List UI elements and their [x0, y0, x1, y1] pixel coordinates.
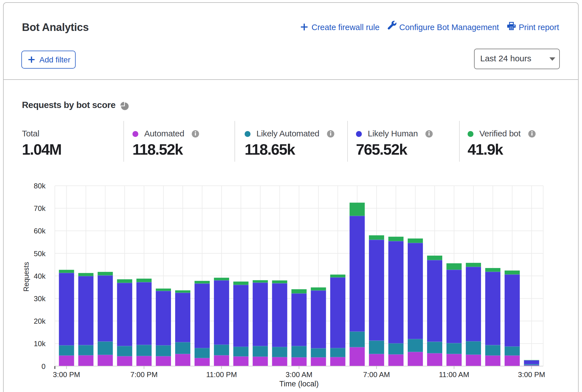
svg-text:40k: 40k	[34, 272, 46, 280]
svg-text:20k: 20k	[34, 317, 46, 325]
svg-text:11:00 PM: 11:00 PM	[206, 370, 237, 379]
svg-text:3:00 PM: 3:00 PM	[518, 370, 545, 379]
svg-text:80k: 80k	[34, 182, 46, 190]
svg-text:Requests: Requests	[22, 262, 30, 292]
svg-text:10k: 10k	[34, 339, 46, 348]
svg-text:Time (local): Time (local)	[279, 380, 319, 388]
svg-text:60k: 60k	[34, 227, 46, 235]
svg-text:50k: 50k	[34, 249, 46, 258]
svg-text:7:00 PM: 7:00 PM	[130, 370, 158, 379]
svg-text:3:00 AM: 3:00 AM	[286, 370, 312, 379]
svg-text:70k: 70k	[34, 204, 46, 213]
svg-text:0: 0	[42, 362, 46, 371]
svg-text:3:00 PM: 3:00 PM	[53, 370, 80, 379]
svg-text:11:00 AM: 11:00 AM	[439, 370, 469, 379]
svg-text:30k: 30k	[34, 294, 46, 303]
svg-text:7:00 AM: 7:00 AM	[363, 370, 390, 379]
